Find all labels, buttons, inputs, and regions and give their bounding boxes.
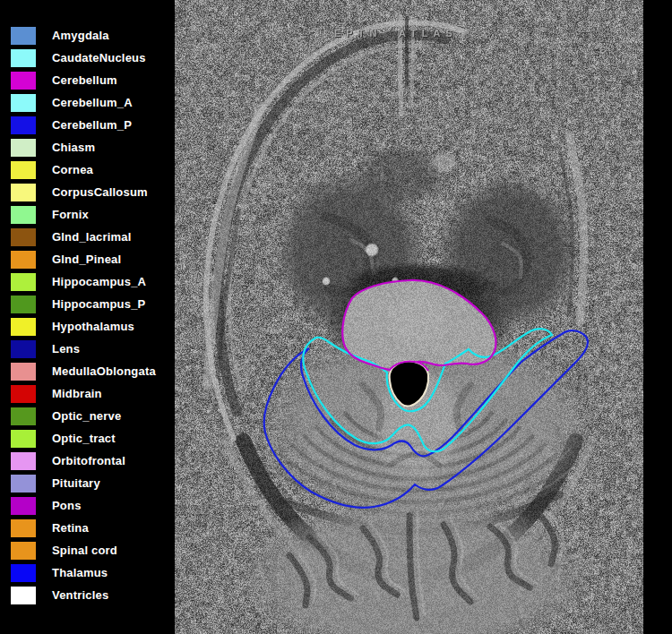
structure-label: Amygdala bbox=[52, 29, 109, 42]
structure-color-swatch bbox=[11, 228, 36, 246]
structure-label: Glnd_Pineal bbox=[52, 253, 121, 266]
legend-item-cornea[interactable]: Cornea bbox=[0, 158, 175, 181]
structure-label: Pons bbox=[52, 499, 82, 512]
structure-label: Chiasm bbox=[52, 141, 95, 154]
structure-color-swatch bbox=[11, 564, 36, 582]
structure-color-swatch bbox=[11, 587, 36, 604]
structure-label: MedullaOblongata bbox=[52, 364, 156, 378]
legend-item-hippocampus-p[interactable]: Hippocampus_P bbox=[0, 293, 175, 315]
legend-item-amygdala[interactable]: Amygdala bbox=[0, 24, 175, 47]
structure-label: CaudateNucleus bbox=[52, 51, 146, 64]
structure-color-swatch bbox=[11, 452, 36, 470]
structure-label: Hippocampus_P bbox=[52, 297, 145, 311]
structure-label: CorpusCallosum bbox=[52, 185, 148, 199]
atlas-viewer-window: Amygdala CaudateNucleus Cerebellum Cereb… bbox=[0, 0, 672, 634]
structure-color-swatch bbox=[11, 206, 36, 224]
structure-label: Pituitary bbox=[52, 476, 100, 490]
legend-item-lens[interactable]: Lens bbox=[0, 338, 175, 360]
atlas-watermark: EPTN ATLAS bbox=[334, 28, 458, 39]
legend-item-orbitofrontal[interactable]: Orbitofrontal bbox=[0, 450, 175, 472]
legend-item-spinal-cord[interactable]: Spinal cord bbox=[0, 539, 175, 561]
legend-item-medullaoblongata[interactable]: MedullaOblongata bbox=[0, 360, 175, 382]
structure-label: Orbitofrontal bbox=[52, 454, 125, 467]
structure-label: Spinal cord bbox=[52, 544, 117, 557]
structure-legend: Amygdala CaudateNucleus Cerebellum Cereb… bbox=[0, 0, 175, 634]
structure-label: Ventricles bbox=[52, 588, 108, 602]
structure-color-swatch bbox=[11, 475, 36, 493]
structure-color-swatch bbox=[11, 184, 36, 201]
structure-color-swatch bbox=[11, 27, 36, 45]
structure-color-swatch bbox=[11, 116, 36, 134]
structure-color-swatch bbox=[11, 430, 36, 448]
legend-item-chiasm[interactable]: Chiasm bbox=[0, 136, 175, 158]
legend-item-retina[interactable]: Retina bbox=[0, 517, 175, 539]
structure-label: Cerebellum bbox=[52, 73, 117, 87]
legend-item-pons[interactable]: Pons bbox=[0, 494, 175, 517]
legend-item-cerebellum[interactable]: Cerebellum bbox=[0, 69, 175, 91]
structure-label: Glnd_lacrimal bbox=[52, 230, 132, 244]
structure-label: Hippocampus_A bbox=[52, 275, 146, 288]
structure-label: Midbrain bbox=[52, 387, 102, 400]
structure-label: Cerebellum_P bbox=[52, 118, 132, 132]
mri-viewport: EPTN ATLAS bbox=[175, 0, 643, 634]
mri-image[interactable] bbox=[175, 0, 643, 634]
legend-item-ventricles[interactable]: Ventricles bbox=[0, 584, 175, 606]
structure-label: Hypothalamus bbox=[52, 320, 134, 333]
legend-item-optic-nerve[interactable]: Optic_nerve bbox=[0, 405, 175, 427]
structure-color-swatch bbox=[11, 497, 36, 515]
structure-color-swatch bbox=[11, 519, 36, 537]
legend-item-glnd-pineal[interactable]: Glnd_Pineal bbox=[0, 248, 175, 270]
structure-color-swatch bbox=[11, 49, 36, 67]
structure-color-swatch bbox=[11, 296, 36, 313]
legend-item-cerebellum-p[interactable]: Cerebellum_P bbox=[0, 114, 175, 136]
legend-item-caudatenucleus[interactable]: CaudateNucleus bbox=[0, 47, 175, 69]
structure-color-swatch bbox=[11, 273, 36, 291]
structure-color-swatch bbox=[11, 72, 36, 90]
legend-item-glnd-lacrimal[interactable]: Glnd_lacrimal bbox=[0, 226, 175, 248]
legend-item-optic-tract[interactable]: Optic_tract bbox=[0, 427, 175, 450]
structure-color-swatch bbox=[11, 340, 36, 358]
legend-item-hypothalamus[interactable]: Hypothalamus bbox=[0, 315, 175, 338]
structure-color-swatch bbox=[11, 318, 36, 336]
structure-label: Retina bbox=[52, 521, 89, 535]
structure-color-swatch bbox=[11, 251, 36, 269]
structure-color-swatch bbox=[11, 139, 36, 157]
legend-item-cerebellum-a[interactable]: Cerebellum_A bbox=[0, 91, 175, 114]
structure-label: Optic_tract bbox=[52, 432, 116, 445]
structure-label: Thalamus bbox=[52, 566, 108, 579]
structure-label: Cornea bbox=[52, 163, 93, 176]
structure-color-swatch bbox=[11, 542, 36, 560]
structure-label: Cerebellum_A bbox=[52, 96, 133, 109]
legend-item-fornix[interactable]: Fornix bbox=[0, 203, 175, 226]
legend-item-midbrain[interactable]: Midbrain bbox=[0, 382, 175, 405]
structure-color-swatch bbox=[11, 385, 36, 403]
legend-item-corpuscallosum[interactable]: CorpusCallosum bbox=[0, 181, 175, 203]
structure-color-swatch bbox=[11, 363, 36, 381]
legend-item-hippocampus-a[interactable]: Hippocampus_A bbox=[0, 270, 175, 293]
structure-color-swatch bbox=[11, 94, 36, 112]
structure-color-swatch bbox=[11, 161, 36, 179]
structure-color-swatch bbox=[11, 407, 36, 425]
legend-item-thalamus[interactable]: Thalamus bbox=[0, 561, 175, 584]
structure-label: Lens bbox=[52, 342, 80, 356]
structure-label: Optic_nerve bbox=[52, 409, 121, 423]
structure-label: Fornix bbox=[52, 208, 89, 221]
legend-item-pituitary[interactable]: Pituitary bbox=[0, 472, 175, 494]
